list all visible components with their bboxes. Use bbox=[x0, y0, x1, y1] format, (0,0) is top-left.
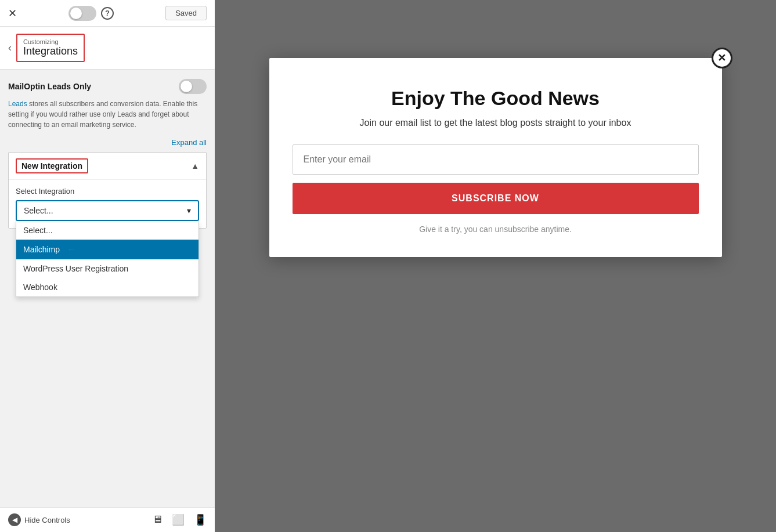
dropdown-item-mailchimp[interactable]: Mailchimp ← bbox=[16, 240, 198, 259]
mailoptin-label: MailOptin Leads Only bbox=[8, 82, 91, 91]
modal-title: Enjoy The Good News bbox=[293, 87, 699, 110]
mailoptin-desc-text: stores all subscribers and conversion da… bbox=[8, 100, 197, 129]
subscribe-button[interactable]: SUBSCRIBE NOW bbox=[293, 183, 699, 214]
modal-footer-text: Give it a try, you can unsubscribe anyti… bbox=[293, 225, 699, 234]
mailoptin-row: MailOptin Leads Only bbox=[8, 79, 207, 94]
email-input[interactable] bbox=[293, 144, 699, 175]
modal-subtitle: Join our email list to get the latest bl… bbox=[293, 118, 699, 128]
select-wrapper: Select... ▾ Select... Mailchimp ← WordPr… bbox=[16, 200, 199, 221]
view-icons: 🖥 ⬜ 📱 bbox=[152, 513, 207, 526]
leads-link[interactable]: Leads bbox=[8, 100, 27, 108]
preview-toggle[interactable] bbox=[68, 6, 96, 21]
chevron-down-icon: ▾ bbox=[187, 206, 191, 215]
select-value: Select... bbox=[24, 206, 53, 215]
integration-title: New Integration bbox=[16, 158, 88, 173]
integration-block: New Integration ▲ Select Integration Sel… bbox=[8, 152, 207, 229]
integration-body: Select Integration Select... ▾ Select...… bbox=[9, 180, 206, 228]
back-arrow-icon[interactable]: ‹ bbox=[8, 42, 12, 54]
hide-controls-button[interactable]: ◀ Hide Controls bbox=[8, 513, 70, 526]
help-icon[interactable]: ? bbox=[101, 7, 114, 20]
select-display[interactable]: Select... ▾ bbox=[16, 200, 199, 221]
modal-close-button[interactable]: ✕ bbox=[712, 48, 732, 68]
close-icon[interactable]: ✕ bbox=[8, 8, 17, 19]
select-integration-label: Select Integration bbox=[16, 187, 199, 196]
dropdown-list: Select... Mailchimp ← WordPress User Reg… bbox=[16, 221, 199, 297]
breadcrumb-section: ‹ Customizing Integrations bbox=[0, 27, 215, 70]
saved-button[interactable]: Saved bbox=[165, 6, 207, 20]
dropdown-item-webhook[interactable]: Webhook bbox=[16, 278, 198, 296]
dropdown-item-select[interactable]: Select... bbox=[16, 221, 198, 240]
mobile-view-icon[interactable]: 📱 bbox=[194, 513, 207, 526]
tablet-view-icon[interactable]: ⬜ bbox=[172, 513, 185, 526]
expand-all-link[interactable]: Expand all bbox=[171, 138, 207, 147]
breadcrumb-title: Integrations bbox=[23, 45, 78, 57]
modal-container: ✕ Enjoy The Good News Join our email lis… bbox=[269, 58, 722, 257]
breadcrumb-box: Customizing Integrations bbox=[16, 34, 85, 62]
left-panel: ✕ ? Saved ‹ Customizing Integrations Mai… bbox=[0, 0, 215, 532]
arrow-indicator: ← bbox=[67, 244, 76, 255]
chevron-up-icon[interactable]: ▲ bbox=[191, 161, 199, 171]
mailoptin-desc: Leads stores all subscribers and convers… bbox=[8, 99, 207, 130]
panel-content: MailOptin Leads Only Leads stores all su… bbox=[0, 70, 215, 507]
right-area: ✕ Enjoy The Good News Join our email lis… bbox=[215, 0, 776, 532]
integration-header: New Integration ▲ bbox=[9, 153, 206, 180]
expand-row: Expand all bbox=[8, 137, 207, 147]
dropdown-item-wp-user-reg[interactable]: WordPress User Registration bbox=[16, 259, 198, 278]
hide-controls-arrow-icon: ◀ bbox=[8, 513, 21, 526]
toggle-help-group: ? bbox=[68, 6, 114, 21]
top-bar: ✕ ? Saved bbox=[0, 0, 215, 27]
desktop-view-icon[interactable]: 🖥 bbox=[152, 513, 163, 526]
mailoptin-toggle[interactable] bbox=[179, 79, 207, 94]
bottom-bar: ◀ Hide Controls 🖥 ⬜ 📱 bbox=[0, 507, 215, 532]
hide-controls-label: Hide Controls bbox=[24, 516, 70, 524]
breadcrumb-small: Customizing bbox=[23, 38, 78, 45]
